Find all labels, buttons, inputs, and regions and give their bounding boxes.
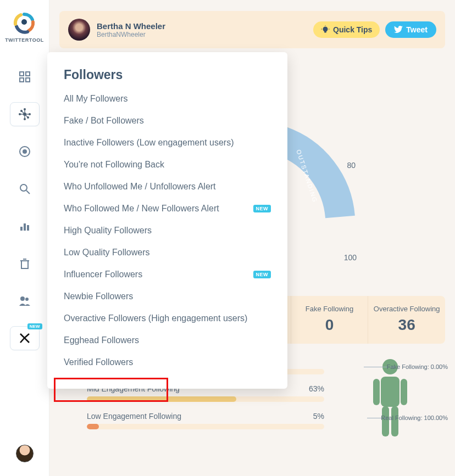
stat-overactive-following-value: 36 (373, 316, 441, 334)
svg-rect-39 (382, 406, 389, 436)
svg-rect-1 (20, 72, 24, 76)
dropdown-item-not-following-back[interactable]: You're not Following Back (47, 154, 287, 176)
svg-rect-3 (20, 78, 24, 82)
dropdown-item-all-my-followers[interactable]: All My Followers (47, 88, 287, 110)
fake-following-callout: Fake Following: 0.00% (387, 363, 448, 370)
svg-rect-24 (27, 225, 29, 231)
dropdown-item-high-quality-followers[interactable]: High Quality Followers (47, 220, 287, 242)
svg-rect-2 (26, 72, 30, 76)
lightbulb-icon (321, 25, 330, 34)
gauge-tick-80: 80 (347, 161, 356, 170)
stat-overactive-following-label: Overactive Following (373, 305, 441, 313)
quick-tips-button[interactable]: Quick Tips (313, 21, 380, 38)
svg-line-17 (25, 114, 28, 117)
tweet-label: Tweet (406, 25, 428, 34)
dashboard-icon (18, 70, 31, 83)
svg-line-21 (26, 191, 30, 194)
svg-rect-22 (20, 227, 23, 231)
logo-icon (12, 11, 36, 35)
nav-network[interactable] (10, 102, 40, 126)
header-bar: Bertha N Wheeler BerthaNWheeler Quick Ti… (59, 11, 445, 48)
svg-point-20 (20, 184, 27, 191)
svg-line-16 (21, 111, 25, 114)
trash-icon (19, 257, 31, 270)
svg-point-29 (25, 298, 29, 301)
nav-x[interactable]: NEW (10, 326, 40, 350)
dropdown-item-inactive-followers[interactable]: Inactive Followers (Low engagement users… (47, 132, 287, 154)
profile-name: Bertha N Wheeler (97, 21, 165, 31)
users-icon (18, 295, 31, 307)
network-icon (18, 107, 32, 121)
dropdown-item-verified-followers[interactable]: Verified Followers (47, 351, 287, 373)
app-name: TWITTERTOOL (5, 37, 43, 43)
new-badge: NEW (27, 323, 42, 329)
followers-dropdown: Followers All My Followers Fake / Bot Fo… (47, 52, 287, 389)
svg-rect-23 (24, 223, 26, 231)
profile-avatar (68, 19, 90, 41)
svg-point-30 (323, 27, 328, 32)
profile-block[interactable]: Bertha N Wheeler BerthaNWheeler (68, 19, 165, 41)
engagement-mid-pct: 63% (309, 384, 324, 393)
sidebar: TWITTERTOOL (0, 0, 49, 476)
stat-fake-following-label: Fake Following (296, 305, 364, 313)
dropdown-title: Followers (47, 68, 287, 88)
tweet-button[interactable]: Tweet (385, 21, 436, 38)
engagement-low-label: Low Engagement Following (87, 412, 181, 421)
following-composition-figure: Fake Following: 0.00% Real Following: 10… (335, 357, 445, 439)
nav-users[interactable] (10, 289, 40, 313)
svg-rect-37 (373, 379, 380, 405)
target-icon (19, 145, 31, 158)
svg-rect-36 (381, 377, 399, 407)
new-badge: NEW (253, 271, 271, 278)
nav-analytics[interactable] (10, 214, 40, 238)
dropdown-item-fake-bot-followers[interactable]: Fake / Bot Followers (47, 110, 287, 132)
engagement-low-pct: 5% (313, 412, 324, 421)
stat-fake-following: Fake Following 0 (291, 296, 368, 344)
nav-dashboard[interactable] (10, 65, 40, 89)
bar-chart-icon (19, 220, 31, 232)
nav-delete[interactable] (10, 251, 40, 276)
dropdown-item-newbie-followers[interactable]: Newbie Followers (47, 285, 287, 307)
svg-rect-31 (324, 31, 326, 33)
stat-overactive-following: Overactive Following 36 (368, 296, 445, 344)
real-following-callout: Real Following: 100.00% (381, 415, 448, 421)
dropdown-item-low-quality-followers[interactable]: Low Quality Followers (47, 242, 287, 264)
stat-fake-following-value: 0 (296, 316, 364, 334)
twitter-bird-icon (394, 26, 403, 33)
dropdown-item-unfollowers-alert[interactable]: Who Unfollowed Me / Unfollowers Alert (47, 176, 287, 198)
user-avatar-footer[interactable] (16, 445, 34, 462)
nav-target[interactable] (10, 139, 40, 164)
profile-handle: BerthaNWheeler (97, 31, 165, 38)
new-badge: NEW (253, 205, 271, 212)
nav-icons: NEW (10, 65, 40, 350)
svg-point-19 (23, 149, 27, 154)
dropdown-item-egghead-followers[interactable]: Egghead Followers (47, 329, 287, 351)
x-icon (19, 332, 31, 344)
dropdown-item-new-followers-alert[interactable]: Who Followed Me / New Followers AlertNEW (47, 198, 287, 220)
svg-rect-40 (391, 406, 398, 436)
svg-rect-4 (26, 78, 30, 82)
gauge-tick-100: 100 (344, 253, 357, 262)
app-logo[interactable]: TWITTERTOOL (5, 11, 43, 43)
dropdown-item-influencer-followers[interactable]: Influencer FollowersNEW (47, 264, 287, 285)
svg-rect-38 (401, 379, 407, 405)
svg-point-28 (20, 296, 25, 301)
svg-rect-25 (21, 261, 28, 268)
engagement-row-low: Low Engagement Following 5% (87, 412, 324, 429)
dropdown-item-overactive-followers[interactable]: Overactive Followers (High engagement us… (47, 307, 287, 329)
quick-tips-label: Quick Tips (333, 25, 372, 34)
nav-search[interactable] (10, 177, 40, 201)
search-icon (19, 183, 31, 195)
